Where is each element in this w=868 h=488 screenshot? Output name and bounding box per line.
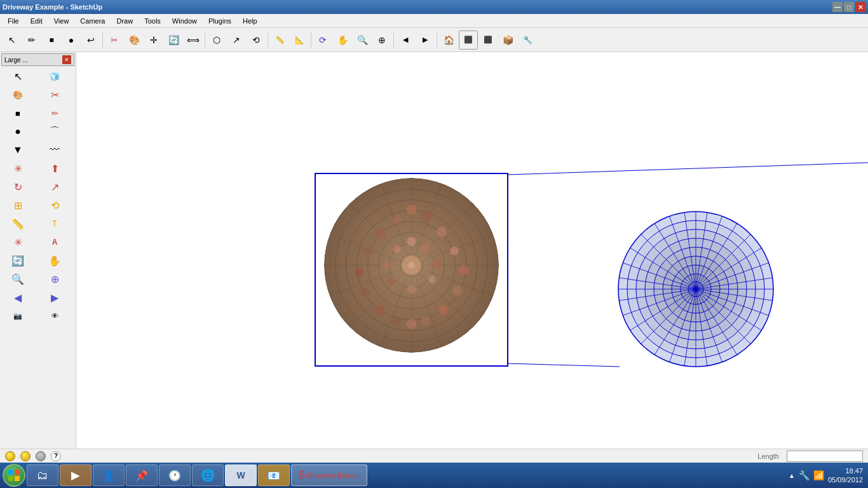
- toolbar-undo[interactable]: ↩: [81, 30, 100, 50]
- outlook-app[interactable]: 📧: [258, 464, 290, 486]
- svg-rect-77: [15, 476, 20, 481]
- menu-item-view[interactable]: View: [49, 16, 74, 26]
- toolbar-iso[interactable]: 🏠: [439, 30, 458, 50]
- toolbar-select[interactable]: ↖: [3, 30, 22, 50]
- select-tool[interactable]: ↖: [1, 67, 34, 85]
- clock-widget-app[interactable]: 🕐: [159, 464, 191, 486]
- canvas-area[interactable]: [76, 52, 868, 463]
- clock-display[interactable]: 18:47 05/09/2012: [828, 466, 863, 485]
- menu-item-file[interactable]: File: [3, 16, 24, 26]
- pushpull-tool[interactable]: ⬆: [38, 159, 71, 177]
- toolbar-followme[interactable]: ↗: [227, 30, 246, 50]
- toolbar-rectangle[interactable]: ■: [42, 30, 61, 50]
- word-app[interactable]: W: [225, 464, 257, 486]
- maximize-button[interactable]: □: [844, 2, 854, 12]
- blueprint-circle: [616, 210, 775, 369]
- toolbar-tape[interactable]: 📏: [270, 30, 289, 50]
- status-circle-2[interactable]: [20, 451, 31, 461]
- paint-tool[interactable]: 🎨: [1, 86, 34, 104]
- textured-circle: [324, 178, 499, 353]
- toolbar-circle-tool[interactable]: ●: [62, 30, 81, 50]
- toolbar-zoom-extents[interactable]: ⊕: [372, 30, 391, 50]
- menu-item-draw[interactable]: Draw: [111, 16, 138, 26]
- toolbar-top[interactable]: ⬛: [459, 30, 478, 50]
- toolbar-pushpull[interactable]: ⬡: [207, 30, 226, 50]
- arc-tool[interactable]: ⌒: [38, 123, 71, 140]
- length-input[interactable]: [787, 451, 863, 462]
- followme-tool[interactable]: ↗: [38, 178, 71, 196]
- toolbar-next-view[interactable]: ▶: [416, 30, 435, 50]
- zoomext-tool[interactable]: ⊕: [38, 270, 71, 288]
- svg-line-1: [507, 363, 620, 367]
- scale-tool[interactable]: ⊞: [1, 196, 34, 214]
- move-tool[interactable]: ✳: [1, 159, 34, 177]
- close-button[interactable]: ✕: [855, 2, 865, 12]
- menu-item-help[interactable]: Help: [238, 16, 262, 26]
- menu-item-edit[interactable]: Edit: [25, 16, 48, 26]
- 3dtext-tool[interactable]: A: [38, 233, 71, 251]
- menu-item-window[interactable]: Window: [167, 16, 202, 26]
- component-tool[interactable]: 🧊: [38, 67, 71, 85]
- sketchup-taskbar-app[interactable]: S Driveway Exam...: [291, 464, 367, 486]
- status-circle-1[interactable]: [5, 451, 15, 461]
- circle-tool[interactable]: ●: [1, 123, 34, 140]
- next-view-tool[interactable]: ▶: [38, 288, 71, 306]
- rotate-tool[interactable]: ↻: [1, 178, 34, 196]
- prev-view-tool[interactable]: ◀: [1, 288, 34, 306]
- toolbar-offset[interactable]: ⟲: [247, 30, 266, 50]
- media-app[interactable]: ▶: [60, 464, 92, 486]
- toolbar-front[interactable]: ⬛: [478, 30, 498, 50]
- axis-tool[interactable]: ✳: [1, 233, 34, 251]
- explorer-app[interactable]: 🗂: [27, 464, 58, 486]
- status-bar: ? Length: [0, 449, 868, 463]
- freehand-tool[interactable]: 〰: [38, 141, 71, 159]
- line-tool[interactable]: ✏: [38, 104, 71, 122]
- polygon-tool[interactable]: ▼: [1, 141, 34, 159]
- toolbar-protractor[interactable]: 📐: [290, 30, 309, 50]
- toolbar-orbit[interactable]: ⟳: [313, 30, 332, 50]
- pintask-app[interactable]: 📌: [126, 464, 158, 486]
- text-tool[interactable]: T: [38, 215, 71, 233]
- clock-date: 05/09/2012: [828, 475, 863, 484]
- toolbar-components[interactable]: 🔧: [518, 30, 537, 50]
- tray-up-icon[interactable]: ▲: [789, 472, 795, 479]
- pan-tool[interactable]: ✋: [38, 252, 71, 269]
- toolbar-sep-5: [393, 32, 394, 48]
- toolbar-pencil[interactable]: ✏: [22, 30, 41, 50]
- orbit-tool[interactable]: 🔄: [1, 252, 34, 269]
- rectangle-tool[interactable]: ■: [1, 104, 34, 122]
- main-area: Large ... ✕ ↖ 🧊 🎨 ✂ ■ ✏ ● ⌒ ▼ 〰 ✳ ⬆ ↻ ↗ …: [0, 52, 868, 463]
- start-button[interactable]: [3, 464, 25, 487]
- toolbar-pan[interactable]: ✋: [333, 30, 352, 50]
- tape-tool[interactable]: 📏: [1, 215, 34, 233]
- walk-tool[interactable]: 📷: [1, 307, 34, 325]
- user-app[interactable]: 👤: [93, 464, 125, 486]
- toolbar-prev-view[interactable]: ◀: [396, 30, 415, 50]
- taskbar-right: ▲ 🔧 📶 18:47 05/09/2012: [789, 466, 865, 485]
- toolbar: ↖ ✏ ■ ● ↩ ✂ 🎨 ✛ 🔄 ⟺ ⬡ ↗ ⟲ 📏 📐 ⟳ ✋ 🔍 ⊕ ◀ …: [0, 28, 868, 52]
- tool-panel-close[interactable]: ✕: [62, 55, 71, 64]
- offset-tool[interactable]: ⟲: [38, 196, 71, 214]
- toolbar-rotate[interactable]: 🔄: [164, 30, 183, 50]
- toolbar-zoom[interactable]: 🔍: [353, 30, 372, 50]
- menu-item-camera[interactable]: Camera: [75, 16, 110, 26]
- svg-line-0: [507, 160, 868, 175]
- toolbar-paint[interactable]: 🎨: [125, 30, 144, 50]
- eraser-tool[interactable]: ✂: [38, 86, 71, 104]
- toolbar-sep-3: [268, 32, 268, 48]
- chrome-app[interactable]: 🌐: [192, 464, 224, 486]
- zoom-tool[interactable]: 🔍: [1, 270, 34, 288]
- minimize-button[interactable]: —: [832, 2, 843, 12]
- toolbar-scale[interactable]: ⟺: [184, 30, 203, 50]
- menu-bar: FileEditViewCameraDrawToolsWindowPlugins…: [0, 14, 868, 28]
- toolbar-move[interactable]: ✛: [144, 30, 163, 50]
- toolbar-eraser[interactable]: ✂: [105, 30, 124, 50]
- lookaround-tool[interactable]: 👁: [38, 307, 71, 325]
- windows-logo-icon: [8, 469, 20, 482]
- status-circle-3[interactable]: [36, 451, 46, 461]
- taskbar: 🗂 ▶ 👤 📌 🕐 🌐 W 📧 S Driveway Exam... ▲ 🔧 📶…: [0, 463, 868, 488]
- help-button[interactable]: ?: [51, 451, 61, 461]
- menu-item-plugins[interactable]: Plugins: [203, 16, 236, 26]
- menu-item-tools[interactable]: Tools: [139, 16, 166, 26]
- toolbar-materials[interactable]: 📦: [498, 30, 517, 50]
